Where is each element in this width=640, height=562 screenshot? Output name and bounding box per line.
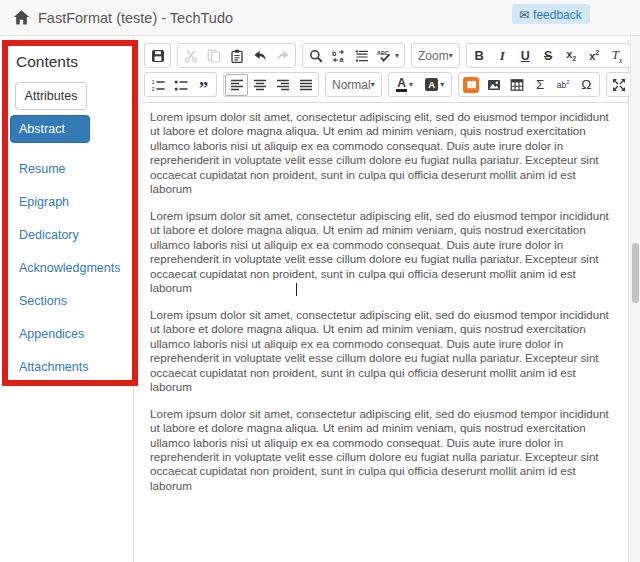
contents-heading: Contents <box>16 53 132 71</box>
align-center-icon <box>253 78 267 92</box>
editor-toolbar: b a ABC <box>141 40 628 103</box>
zoom-dropdown[interactable]: Zoom ▾ <box>411 43 460 68</box>
maximize-button[interactable] <box>608 74 631 96</box>
formula-icon: ab2 <box>557 79 570 90</box>
sidebar-item-attachments[interactable]: Attachments <box>19 360 132 374</box>
vertical-scrollbar[interactable] <box>630 36 640 562</box>
editor-paragraph[interactable]: Lorem ipsum dolor sit amet, consectetur … <box>150 308 619 394</box>
feedback-label: feedback <box>533 8 582 22</box>
sidebar-item-resume[interactable]: Resume <box>19 162 132 176</box>
sidebar-item-epigraph[interactable]: Epigraph <box>19 195 132 209</box>
bulleted-list-button[interactable] <box>169 74 192 96</box>
save-button[interactable] <box>146 45 169 67</box>
zoom-dropdown-label: Zoom <box>418 49 449 63</box>
remove-format-button[interactable]: Tx <box>606 45 629 67</box>
table-icon <box>510 78 524 92</box>
omega-icon: Ω <box>581 77 591 92</box>
group-lists: 1 2 ” <box>144 72 217 97</box>
redo-button[interactable] <box>271 45 294 67</box>
paragraph-format-dropdown[interactable]: Normal ▾ <box>325 72 382 97</box>
chevron-down-icon: ▾ <box>395 52 399 60</box>
sidebar-item-sections[interactable]: Sections <box>19 294 132 308</box>
paste-icon <box>230 49 244 63</box>
group-colors: A ▾ A ▾ <box>388 72 452 97</box>
undo-button[interactable] <box>248 45 271 67</box>
page-title: FastFormat (teste) - TechTudo <box>38 10 233 26</box>
text-color-icon: A <box>396 77 407 92</box>
copy-button[interactable] <box>202 45 225 67</box>
editor-paragraph[interactable]: Lorem ipsum dolor sit amet, consectetur … <box>150 209 619 295</box>
replace-button[interactable]: b a <box>327 45 350 67</box>
svg-text:1: 1 <box>151 79 154 85</box>
group-clipboard <box>177 43 296 68</box>
toolbar-row-2: 1 2 ” <box>144 72 628 97</box>
image-icon <box>487 78 501 92</box>
chevron-down-icon: ▾ <box>371 81 375 89</box>
align-right-button[interactable] <box>271 74 294 96</box>
numbered-list-button[interactable]: 1 2 <box>146 74 169 96</box>
chemistry-formula-button[interactable]: ab2 <box>552 74 575 96</box>
cut-button[interactable] <box>179 45 202 67</box>
maximize-icon <box>612 78 626 92</box>
feedback-button[interactable]: ✉ feedback <box>512 4 590 24</box>
search-icon <box>309 49 323 63</box>
bg-color-button[interactable]: A ▾ <box>420 74 450 96</box>
paste-button[interactable] <box>225 45 248 67</box>
svg-text:2: 2 <box>151 86 154 92</box>
bold-button[interactable]: B <box>468 45 491 67</box>
citation-button[interactable] <box>460 74 483 96</box>
scrollbar-thumb[interactable] <box>632 243 639 303</box>
svg-text:b: b <box>332 50 336 57</box>
text-color-button[interactable]: A ▾ <box>390 74 420 96</box>
editor-paragraph[interactable]: Lorem ipsum dolor sit amet, consectetur … <box>150 407 619 493</box>
contents-sidebar-panel: Contents Attributes Abstract Resume Epig… <box>2 40 138 386</box>
insert-image-button[interactable] <box>483 74 506 96</box>
align-right-icon <box>276 78 290 92</box>
cut-icon <box>184 49 198 63</box>
blockquote-button[interactable]: ” <box>192 74 215 96</box>
justify-button[interactable] <box>294 74 317 96</box>
editor-content-area[interactable]: Lorem ipsum dolor sit amet, consectetur … <box>141 103 628 493</box>
group-maximize <box>606 72 633 97</box>
svg-text:ABC: ABC <box>377 50 389 56</box>
undo-icon <box>253 49 267 63</box>
sidebar-item-acknowledgments[interactable]: Acknowledgments <box>19 261 132 275</box>
align-center-button[interactable] <box>248 74 271 96</box>
insert-table-button[interactable] <box>506 74 529 96</box>
rich-text-editor: b a ABC <box>141 40 629 562</box>
app-header: FastFormat (teste) - TechTudo ✉ feedback <box>0 0 640 36</box>
spellcheck-button[interactable]: ABC ▾ <box>373 45 403 67</box>
sidebar-item-dedicatory[interactable]: Dedicatory <box>19 228 132 242</box>
strikethrough-button[interactable]: S <box>537 45 560 67</box>
group-basicstyles: B I U S x2 x2 Tx <box>466 43 631 68</box>
special-character-button[interactable]: Ω <box>575 74 598 96</box>
italic-button[interactable]: I <box>491 45 514 67</box>
contents-nav-list: Resume Epigraph Dedicatory Acknowledgmen… <box>19 162 132 374</box>
select-all-icon <box>355 49 369 63</box>
home-icon[interactable] <box>13 9 30 26</box>
sidebar-item-appendices[interactable]: Appendices <box>19 327 132 341</box>
save-icon <box>151 49 165 63</box>
find-button[interactable] <box>304 45 327 67</box>
bg-color-icon: A <box>425 78 438 91</box>
select-all-button[interactable] <box>350 45 373 67</box>
spellcheck-icon: ABC <box>377 49 393 63</box>
group-align <box>223 72 319 97</box>
chevron-down-icon: ▾ <box>409 81 413 89</box>
chevron-down-icon: ▾ <box>440 81 444 89</box>
align-left-button[interactable] <box>225 74 248 96</box>
superscript-button[interactable]: x2 <box>583 45 606 67</box>
citation-book-icon <box>463 77 479 93</box>
attributes-button[interactable]: Attributes <box>15 82 87 110</box>
sidebar-item-abstract-active[interactable]: Abstract <box>10 115 90 143</box>
toolbar-row-1: b a ABC <box>144 43 628 68</box>
text-cursor <box>296 283 297 296</box>
bulleted-list-icon <box>174 78 188 92</box>
math-formula-button[interactable]: Σ <box>529 74 552 96</box>
editor-paragraph[interactable]: Lorem ipsum dolor sit amet, consectetur … <box>150 110 619 196</box>
chevron-down-icon: ▾ <box>449 52 453 60</box>
subscript-button[interactable]: x2 <box>560 45 583 67</box>
copy-icon <box>207 49 221 63</box>
svg-text:a: a <box>340 56 344 63</box>
underline-button[interactable]: U <box>514 45 537 67</box>
